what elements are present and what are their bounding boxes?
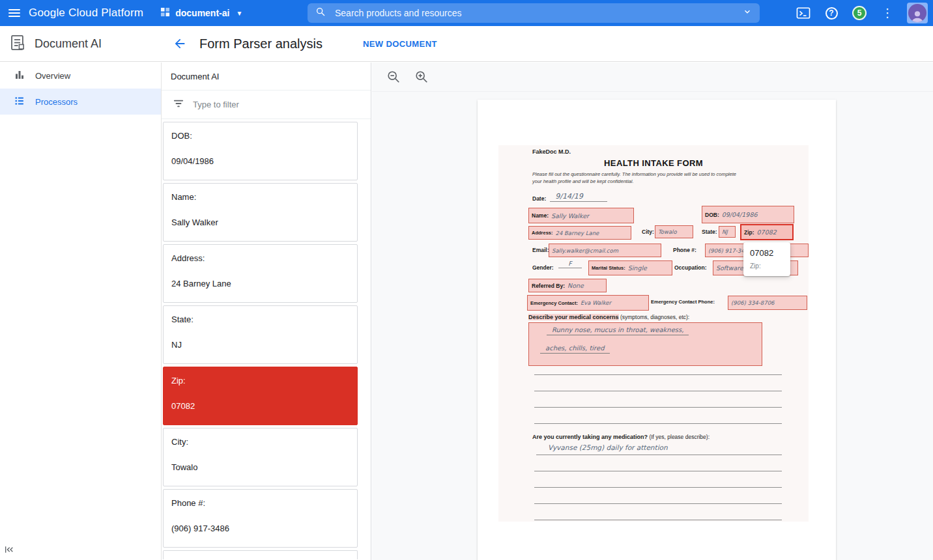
project-icon — [160, 7, 170, 19]
field-card-partial[interactable] — [163, 550, 358, 559]
kebab-glyph: ⋮ — [882, 7, 893, 19]
ruled-line — [534, 407, 782, 408]
gcp-topbar: Google Cloud Platform document-ai ▼ ? 5 … — [0, 0, 933, 26]
medication-answer-line: Vyvanse (25mg) daily for attention — [536, 440, 782, 455]
marital-entity-highlight[interactable]: Marital Status: Single — [588, 260, 672, 275]
hamburger-menu-icon[interactable] — [0, 0, 29, 26]
field-value: NJ — [171, 340, 349, 350]
product-header: Document AI — [0, 34, 161, 54]
field-card-name[interactable]: Name: Sally Walker — [163, 183, 358, 242]
state-entity-highlight[interactable]: NJ — [719, 226, 736, 238]
field-card-city[interactable]: City: Towalo — [163, 428, 358, 486]
ruled-line — [534, 391, 782, 391]
document-viewer: FakeDoc M.D. HEALTH INTAKE FORM Please f… — [372, 63, 933, 560]
help-icon[interactable]: ? — [823, 5, 840, 21]
avatar-image — [908, 4, 926, 22]
entities-panel: Document AI DOB: 09/04/1986 Name: Sally … — [161, 63, 371, 560]
field-value: Towalo — [171, 462, 349, 472]
processors-icon — [14, 95, 25, 109]
concerns-line1: Runny nose, mucus in throat, weakness, — [547, 326, 689, 335]
more-options-icon[interactable]: ⋮ — [879, 5, 896, 21]
search-icon — [315, 7, 326, 20]
field-card-dob[interactable]: DOB: 09/04/1986 — [163, 122, 358, 180]
form-instructions: your health profile and will be kept con… — [532, 178, 788, 184]
name-entity-highlight[interactable]: Name: Sally Walker — [528, 208, 634, 223]
email-entity-highlight[interactable]: Sally.walker@cmail.com — [549, 244, 661, 257]
field-card-state[interactable]: State: NJ — [163, 305, 358, 364]
topbar-actions: ? 5 ⋮ — [795, 0, 928, 26]
city-label: City: — [642, 229, 654, 235]
ruled-line — [534, 520, 782, 520]
field-label: Address: — [171, 253, 349, 263]
emergency-phone-label: Emergency Contact Phone: — [651, 299, 715, 305]
notifications-badge[interactable]: 5 — [851, 5, 868, 21]
search-input[interactable] — [335, 8, 743, 18]
page-title: Form Parser analysis — [199, 36, 323, 51]
account-avatar[interactable] — [907, 3, 928, 23]
search-chevron-down-icon[interactable] — [743, 7, 752, 19]
global-search[interactable] — [308, 3, 760, 23]
cloud-shell-icon[interactable] — [795, 5, 812, 21]
document-page: FakeDoc M.D. HEALTH INTAKE FORM Please f… — [478, 100, 836, 560]
field-label: Zip: — [171, 376, 349, 385]
chevron-down-icon: ▼ — [236, 10, 242, 17]
concerns-label-bold: Describe your medical concerns — [528, 314, 619, 320]
date-value: 9/14/19 — [550, 192, 607, 202]
dob-value: 09/04/1986 — [722, 211, 758, 218]
occupation-label: Occupation: — [674, 264, 707, 271]
gender-label: Gender: — [532, 264, 554, 271]
address-label: Address: — [532, 230, 553, 236]
emergency-contact-entity-highlight[interactable]: Emergency Contact: Eva Walker — [527, 295, 649, 311]
field-value: 24 Barney Lane — [171, 279, 349, 288]
form-instructions: Please fill out the questionnaire carefu… — [532, 171, 788, 177]
sidebar-item-label: Processors — [35, 97, 78, 107]
name-label: Name: — [532, 212, 549, 219]
address-value: 24 Barney Lane — [556, 230, 599, 236]
emergency-phone-entity-highlight[interactable]: (906) 334-8706 — [728, 296, 807, 310]
city-value: Towalo — [658, 229, 677, 235]
page-header: Document AI Form Parser analysis NEW DOC… — [0, 26, 933, 62]
panel-title: Document AI — [162, 63, 371, 91]
entity-tooltip: 07082 Zip: — [743, 242, 790, 276]
sidebar-item-processors[interactable]: Processors — [0, 89, 161, 115]
marital-value: Single — [628, 264, 647, 272]
sidebar-item-overview[interactable]: Overview — [0, 63, 161, 89]
back-arrow-icon[interactable] — [171, 35, 189, 53]
zip-value: 07082 — [757, 229, 777, 236]
zoom-in-icon[interactable] — [414, 69, 429, 85]
phone-label: Phone #: — [673, 247, 696, 253]
field-label: DOB: — [171, 131, 349, 141]
field-card-phone[interactable]: Phone #: (906) 917-3486 — [163, 489, 358, 548]
field-label: Phone #: — [171, 498, 349, 508]
city-entity-highlight[interactable]: Towalo — [655, 225, 693, 238]
referred-value: None — [567, 282, 584, 289]
zip-label: Zip: — [744, 229, 754, 236]
dob-label: DOB: — [705, 212, 719, 218]
concerns-line2: aches, chills, tired — [540, 344, 610, 354]
emergency-contact-value: Eva Walker — [581, 300, 611, 306]
filter-input[interactable] — [193, 100, 371, 109]
ruled-line — [534, 423, 782, 424]
referred-entity-highlight[interactable]: Referred By: None — [528, 279, 607, 292]
collapse-sidebar-icon[interactable] — [4, 544, 14, 557]
ruled-line — [534, 471, 782, 471]
field-card-address[interactable]: Address: 24 Barney Lane — [163, 244, 358, 303]
field-card-zip[interactable]: Zip: 07082 — [163, 367, 358, 425]
ruled-line — [534, 487, 782, 488]
project-selector[interactable]: document-ai ▼ — [160, 7, 242, 19]
new-document-button[interactable]: NEW DOCUMENT — [363, 39, 437, 49]
zoom-out-icon[interactable] — [386, 69, 401, 85]
viewer-toolbar — [372, 63, 933, 92]
date-label: Date: — [532, 195, 546, 202]
address-entity-highlight[interactable]: Address: 24 Barney Lane — [528, 226, 631, 240]
state-value: NJ — [722, 229, 728, 235]
email-value: Sally.walker@cmail.com — [552, 247, 618, 254]
field-value: 07082 — [171, 401, 349, 411]
zip-entity-highlight-selected[interactable]: Zip: 07082 — [740, 224, 794, 240]
gcp-brand[interactable]: Google Cloud Platform — [29, 7, 143, 20]
help-question-mark: ? — [825, 7, 838, 20]
field-label: State: — [171, 315, 349, 324]
tooltip-label: Zip: — [750, 262, 784, 270]
dob-entity-highlight[interactable]: DOB: 09/04/1986 — [702, 206, 794, 223]
field-value: Sally Walker — [171, 217, 349, 227]
